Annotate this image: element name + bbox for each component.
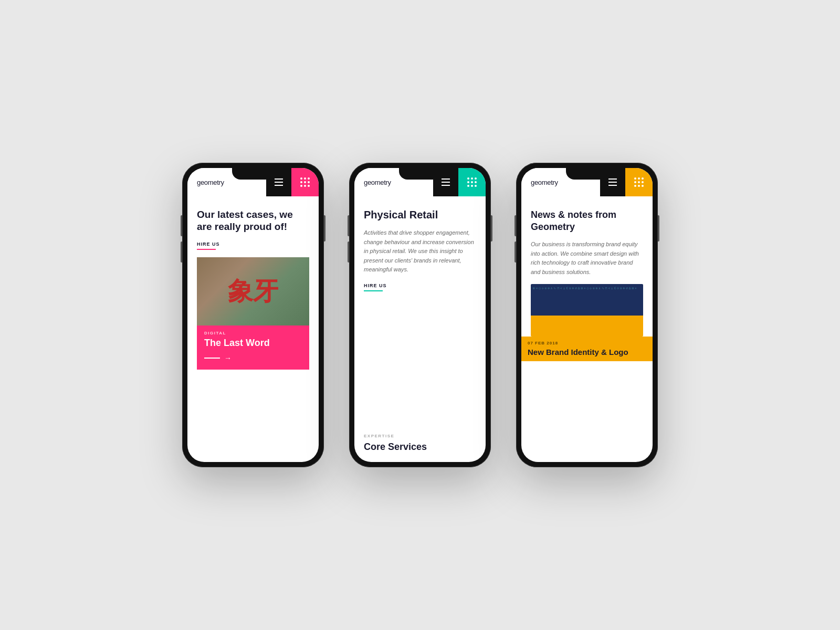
arrow-line — [204, 358, 220, 359]
phone-2-nav[interactable] — [433, 168, 458, 196]
phone-1: geometry Our latest cases, we are re — [182, 163, 324, 467]
core-services-title: Core Services — [364, 442, 476, 453]
card-category: DIGITAL — [204, 331, 302, 335]
phone-1-logo: geometry — [197, 178, 224, 186]
hire-us-underline-1 — [197, 249, 216, 250]
expertise-label: EXPERTISE — [364, 434, 476, 438]
phone-2-content: Physical Retail Activities that drive sh… — [354, 196, 486, 462]
phone-2-header: geometry — [354, 168, 486, 196]
phone-2-hire-us[interactable]: HIRE US — [364, 283, 476, 288]
phone-1-card: DIGITAL The Last Word → — [197, 326, 309, 370]
phone-3-menu-btn[interactable] — [625, 168, 653, 196]
phone-3-content: News & notes from Geometry Our business … — [521, 196, 653, 462]
phone-1-heading: Our latest cases, we are really proud of… — [197, 209, 309, 233]
phone-2-heading: Physical Retail — [364, 209, 476, 221]
phone-3-image-block: ⊞×○◇≡⊕∧ ∿⊓≺⊥∈≅⊗ ⌀∆⊞×○◇≡ ⊕∧∿⊓≺⊥∈ ⊙≅⊗⌀∆⊞× — [531, 284, 643, 337]
news-title: New Brand Identity & Logo — [528, 348, 646, 357]
phone-1-nav[interactable] — [266, 168, 291, 196]
phone-2-logo: geometry — [364, 178, 391, 186]
africa-image: 象牙 — [197, 257, 309, 326]
hire-us-underline-2 — [364, 290, 383, 291]
phone-3-nav[interactable] — [600, 168, 625, 196]
hamburger-icon-3 — [608, 178, 617, 186]
scene: geometry Our latest cases, we are re — [151, 121, 689, 509]
news-card: 07 FEB 2018 New Brand Identity & Logo — [521, 337, 653, 361]
phone-1-header: geometry — [187, 168, 319, 196]
phone-2: geometry Physical Retail Act — [349, 163, 491, 467]
yellow-bar — [531, 316, 643, 337]
hamburger-icon-2 — [442, 178, 450, 186]
arrow-link[interactable]: → — [204, 354, 302, 362]
news-date: 07 FEB 2018 — [528, 341, 646, 345]
navy-pattern: ⊞×○◇≡⊕∧ ∿⊓≺⊥∈≅⊗ ⌀∆⊞×○◇≡ ⊕∧∿⊓≺⊥∈ ⊙≅⊗⌀∆⊞× — [531, 284, 643, 316]
phone-3: geometry News & notes from Geometry — [516, 163, 658, 467]
phone-3-logo: geometry — [531, 178, 558, 186]
dots-grid-icon — [300, 177, 310, 187]
arrow-icon: → — [224, 354, 232, 362]
phone-1-logo-area: geometry — [187, 168, 266, 196]
phone-2-menu-btn[interactable] — [458, 168, 486, 196]
pattern-symbols: ⊞×○◇≡⊕∧ ∿⊓≺⊥∈≅⊗ ⌀∆⊞×○◇≡ ⊕∧∿⊓≺⊥∈ ⊙≅⊗⌀∆⊞× — [531, 284, 643, 316]
phone-1-image: 象牙 — [197, 257, 309, 326]
phone-1-content: Our latest cases, we are really proud of… — [187, 196, 319, 462]
hamburger-icon — [275, 178, 283, 186]
dots-grid-icon-2 — [467, 177, 477, 187]
phone-1-menu-btn[interactable] — [291, 168, 319, 196]
card-title: The Last Word — [204, 338, 302, 349]
phone-2-logo-area: geometry — [354, 168, 433, 196]
chinese-chars: 象牙 — [228, 275, 278, 308]
dots-grid-icon-3 — [634, 177, 644, 187]
phone-1-hire-us[interactable]: HIRE US — [197, 242, 309, 247]
phone-3-body: Our business is transforming brand equit… — [531, 240, 643, 277]
phone-3-header: geometry — [521, 168, 653, 196]
phone-2-body: Activities that drive shopper engagement… — [364, 228, 476, 275]
phone-3-heading: News & notes from Geometry — [531, 209, 643, 233]
phone-3-logo-area: geometry — [521, 168, 600, 196]
